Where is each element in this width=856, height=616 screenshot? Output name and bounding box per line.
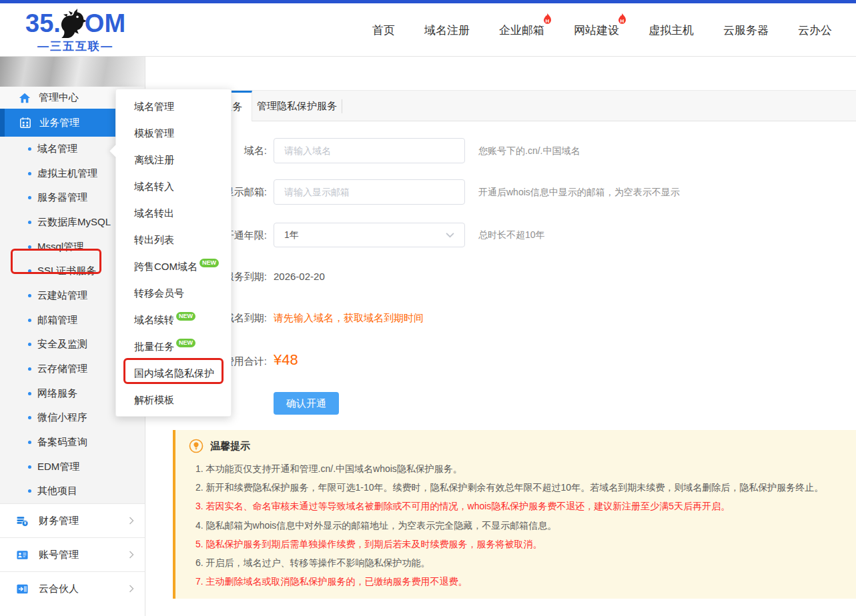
dragon-head-icon [58,7,87,39]
svg-text:¥: ¥ [24,521,27,525]
flyout-item-label: 解析模板 [134,394,174,407]
flyout-item-label: 域名转入 [134,181,174,193]
sidebar-item-label: 云存储管理 [37,363,87,375]
logo-number: 35. [25,9,61,38]
nav-item-home[interactable]: 首页 [372,23,395,38]
flyout-item-label: 国内域名隐私保护 [134,367,214,380]
top-navigation: 首页 域名注册 企业邮箱 H 网站建设 H 虚拟主机 云服务器 云办公 [372,3,832,57]
tab-manage-privacy-service[interactable]: 管理隐私保护服务 [252,91,342,121]
flyout-item-label: 跨售COM域名 [134,261,197,273]
tip-item-6: 6. 开启后，域名过户、转移等操作不影响隐私保护功能。 [195,553,823,572]
nav-item-enterprise-mail[interactable]: 企业邮箱 H [499,23,544,38]
flyout-item-label: 域名续转 [134,314,174,327]
flyout-item-label: 转移会员号 [134,287,184,300]
flyout-item-batch-tasks[interactable]: 批量任务 NEW [116,333,231,360]
nav-label: 云办公 [798,24,832,37]
flyout-item-template-management[interactable]: 模板管理 [116,120,231,147]
hot-flame-icon: H [542,13,552,25]
chevron-right-icon [129,585,134,593]
logo-suffix: OM [85,9,125,38]
nav-item-website-building[interactable]: 网站建设 H [574,23,619,38]
sidebar-item-label: 云合伙人 [39,583,79,595]
flyout-item-label: 域名转出 [134,207,174,220]
nav-label: 首页 [372,24,395,37]
tab-label: 管理隐私保护服务 [257,100,337,113]
open-years-select[interactable]: 1年 [274,223,465,247]
flyout-item-domain-management[interactable]: 域名管理 [116,93,231,120]
flyout-item-domain-transfer-in[interactable]: 域名转入 [116,173,231,200]
flyout-item-transfer-out-list[interactable]: 转出列表 [116,227,231,253]
svg-text:H: H [620,17,624,23]
sidebar-item-label: 管理中心 [39,91,79,104]
logo-subtitle: —三五互联— [25,39,125,54]
nav-item-virtual-host[interactable]: 虚拟主机 [649,23,694,38]
sidebar-item-label: 虚拟主机管理 [37,167,97,180]
sidebar-item-cloud-partner[interactable]: 云合伙人 [0,571,145,605]
warm-tips-list: 1. 本功能页仅支持开通和管理.cn/.中国域名whois隐私保护服务。 2. … [195,459,823,591]
flyout-item-label: 转出列表 [134,234,174,247]
nav-label: 云服务器 [723,24,769,37]
open-years-hint: 总时长不超10年 [478,223,545,247]
confirm-open-button[interactable]: 确认开通 [274,392,339,415]
home-icon [19,92,31,104]
finance-coins-icon: ¥ [16,515,29,527]
sidebar-item-label: 服务器管理 [37,191,87,204]
flyout-item-transfer-member-id[interactable]: 转移会员号 [116,280,231,307]
site-header: 35. OM —三五互联— 首页 域名注册 企业邮箱 H 网 [0,3,856,57]
chevron-right-icon [129,517,134,525]
domain-hint: 您账号下的.cn/.中国域名 [478,138,580,163]
chevron-down-icon [446,232,454,238]
flyout-item-dns-template[interactable]: 解析模板 [116,387,231,413]
nav-item-cloud-server[interactable]: 云服务器 [723,23,769,38]
flyout-item-offline-register[interactable]: 离线注册 [116,147,231,173]
open-years-value: 1年 [284,229,299,241]
nav-item-domain-register[interactable]: 域名注册 [424,23,470,38]
sidebar-item-account-management[interactable]: 账号管理 [0,537,145,571]
sidebar-item-label: 备案码查询 [37,436,87,449]
tip-item-5: 5. 隐私保护服务到期后需单独操作续费，到期后若未及时续费服务，服务将被取消。 [195,535,823,553]
sidebar-item-label: 域名管理 [37,143,77,155]
sidebar-item-edm-management[interactable]: EDM管理 [0,455,145,479]
sidebar-section-label: 业务管理 [39,117,79,129]
sidebar-item-icp-code-query[interactable]: 备案码查询 [0,430,145,455]
flyout-item-domain-renew-transfer[interactable]: 域名续转 NEW [116,307,231,333]
sidebar-item-label: 财务管理 [39,515,79,527]
hot-flame-icon: H [617,13,627,25]
new-badge: NEW [199,259,219,267]
sidebar-item-label: Mssql管理 [37,241,83,253]
id-card-icon [16,549,29,561]
new-badge: NEW [176,312,195,321]
flyout-item-cross-sell-com-domain[interactable]: 跨售COM域名 NEW [116,253,231,280]
total-fee-value: ¥48 [274,351,298,369]
partner-arrow-icon [16,583,29,595]
flyout-item-label: 离线注册 [134,154,174,167]
tip-item-7: 7. 主动删除域名或取消隐私保护服务的，已缴纳服务费用不退费。 [195,572,823,591]
sidebar-item-finance-management[interactable]: ¥ 财务管理 [0,503,145,537]
nav-label: 网站建设 [574,24,619,37]
flyout-item-domestic-domain-privacy[interactable]: 国内域名隐私保护 [116,360,231,387]
domain-expire-value: 请先输入域名，获取域名到期时间 [274,312,424,324]
tip-item-2: 2. 新开和续费隐私保护服务，年限可选1-10年。续费时，隐私保护剩余有效总年限… [195,478,823,497]
sidebar-item-other-projects[interactable]: 其他项目 [0,479,145,503]
tip-item-1: 1. 本功能页仅支持开通和管理.cn/.中国域名whois隐私保护服务。 [195,459,823,478]
sidebar-item-label: 网络服务 [37,387,77,400]
domain-management-flyout-menu: 域名管理 模板管理 离线注册 域名转入 域名转出 转出列表 跨售COM域名 NE… [115,89,232,417]
flyout-item-domain-transfer-out[interactable]: 域名转出 [116,200,231,227]
nav-label: 企业邮箱 [499,24,544,37]
sidebar-item-label: 账号管理 [39,549,79,561]
nav-item-cloud-office[interactable]: 云办公 [798,23,832,38]
display-email-input[interactable] [274,179,465,205]
sidebar-banner-texture [0,57,145,87]
lightbulb-icon [189,439,203,453]
tip-item-3: 3. 若因实名、命名审核未通过等导致域名被删除或不可用的情况，whois隐私保护… [195,497,823,515]
tip-item-4: 4. 隐私邮箱为whois信息中对外显示的邮箱地址，为空表示完全隐藏，不显示邮箱… [195,516,823,535]
sidebar-item-label: 云建站管理 [37,289,87,302]
warm-tips-panel: 温馨提示 1. 本功能页仅支持开通和管理.cn/.中国域名whois隐私保护服务… [173,430,856,599]
nav-label: 域名注册 [424,24,470,37]
nav-label: 虚拟主机 [649,24,694,37]
tab-divider [342,99,342,113]
logo-text-row: 35. OM [25,7,125,38]
brand-logo[interactable]: 35. OM —三五互联— [25,7,125,54]
domain-input[interactable] [274,138,465,163]
service-expire-value: 2026-02-20 [274,271,325,283]
